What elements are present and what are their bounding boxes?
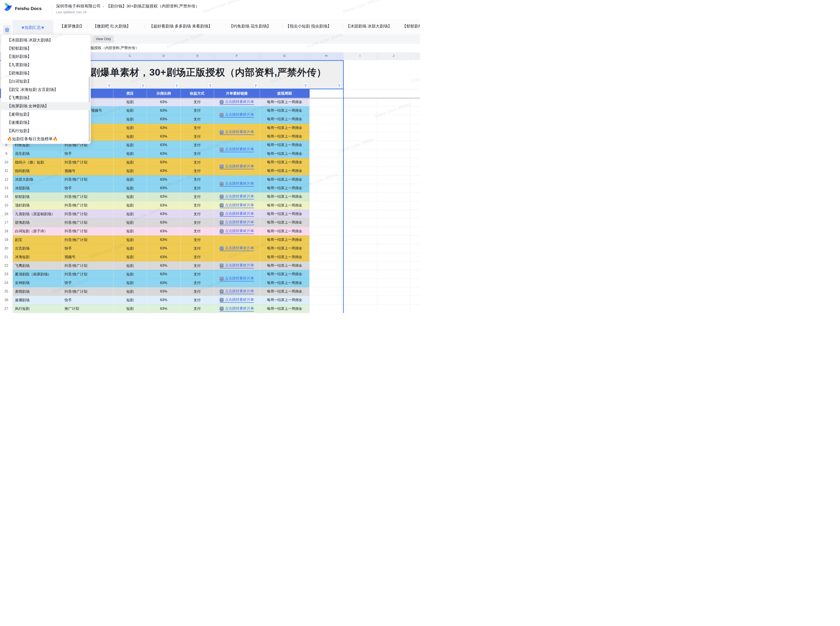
empty-cells[interactable] [309,149,420,158]
cycle-cell[interactable]: 每周一结算上一周佣金 [260,106,309,115]
ratio-cell[interactable]: 63% [147,158,180,166]
empty-cells[interactable] [309,296,420,304]
platform-cell[interactable]: 抖音/推广计划 [62,270,113,279]
category-cell[interactable]: 短剧 [113,149,147,158]
tab-6[interactable]: 【冰甜剧场 冰甜大剧场】 [346,19,392,33]
empty-cells[interactable] [309,175,420,184]
theater-name-cell[interactable]: 九霄剧场（原蓝鲸剧场） [13,210,62,218]
header-income[interactable]: 收益方式 [190,91,204,96]
header-material[interactable]: 片单素材链接 [226,91,248,96]
income-cell[interactable]: 支付 [180,175,214,184]
dropdown-item-4[interactable]: 【九霄剧场】 [1,61,91,69]
row-number-cell[interactable]: 23 [0,270,13,279]
cycle-cell[interactable]: 每周一结算上一周佣金 [260,166,309,175]
column-letter-F[interactable]: F [236,54,238,58]
platform-cell[interactable]: 快手 [62,279,113,287]
income-cell[interactable]: 支付 [180,296,214,304]
ratio-cell[interactable]: 63% [147,304,180,313]
ratio-cell[interactable]: 63% [147,270,180,279]
income-cell[interactable]: 支付 [180,132,214,141]
theater-name-cell[interactable]: 顶好剧场 [13,201,62,210]
income-cell[interactable]: 支付 [180,184,214,192]
ratio-cell[interactable]: 63% [147,166,180,175]
cycle-cell[interactable]: 每周一结算上一周佣金 [260,141,309,149]
ratio-cell[interactable]: 63% [147,201,180,210]
theater-name-cell[interactable]: 女神剧场 [13,279,62,287]
dropdown-item-10[interactable]: 【麦萌短剧】 [1,110,91,119]
category-cell[interactable]: 短剧 [113,124,147,132]
category-cell[interactable]: 短剧 [113,210,147,218]
material-link[interactable]: →点击跳转素材片单 [219,220,254,225]
column-letter-D[interactable]: D [163,54,165,58]
category-cell[interactable]: 短剧 [113,270,147,279]
empty-cells[interactable] [309,132,420,141]
category-cell[interactable]: 短剧 [113,253,147,261]
dropdown-item-9[interactable]: 【画屏剧场 女神剧场】 [1,102,91,110]
dropdown-item-12[interactable]: 【风行短剧】 [1,127,91,135]
category-cell[interactable]: 短剧 [113,227,147,235]
cycle-cell[interactable]: 每周一结算上一周佣金 [260,184,309,192]
ratio-cell[interactable]: 63% [147,244,180,253]
cycle-cell[interactable]: 每周一结算上一周佣金 [260,175,309,184]
theater-name-cell[interactable]: 麦萌剧场 [13,287,62,296]
material-link[interactable]: →点击跳转素材片单 [219,129,254,135]
ratio-cell[interactable]: 63% [147,115,180,124]
category-cell[interactable]: 短剧 [113,235,147,244]
material-link[interactable]: →点击跳转素材片单 [219,228,254,234]
cycle-cell[interactable]: 每周一结算上一周佣金 [260,192,309,201]
category-cell[interactable]: 短剧 [113,106,147,115]
material-link[interactable]: →点击跳转素材片单 [219,112,254,117]
row-number-cell[interactable]: 10 [0,158,13,166]
material-link[interactable]: →点击跳转素材片单 [219,181,254,186]
dropdown-item-11[interactable]: 【速播剧场】 [1,119,91,127]
ratio-cell[interactable]: 63% [147,141,180,149]
column-letter-J[interactable]: J [393,54,394,58]
row-number-cell[interactable]: 26 [0,296,13,304]
column-letter-H[interactable]: H [325,54,328,58]
ratio-cell[interactable]: 63% [147,149,180,158]
row-number-cell[interactable]: 25 [0,287,13,296]
header-category[interactable]: 类目 [127,91,134,96]
platform-cell[interactable]: 抖音/推广计划 [62,218,113,227]
income-cell[interactable]: 支付 [180,253,214,261]
filter-icon[interactable] [208,83,212,88]
cycle-cell[interactable]: 每周一结算上一周佣金 [260,158,309,166]
income-cell[interactable]: 支付 [180,270,214,279]
category-cell[interactable]: 短剧 [113,166,147,175]
theater-name-cell[interactable]: 指间小（微）短剧 [13,158,62,166]
platform-cell[interactable]: 推广计划 [62,304,113,313]
platform-cell[interactable]: 快手 [62,149,113,158]
theater-name-cell[interactable]: 指间剧场 [13,166,62,175]
category-cell[interactable]: 短剧 [113,192,147,201]
ratio-cell[interactable]: 63% [147,218,180,227]
platform-cell[interactable]: 抖音/推广计划 [62,235,113,244]
ratio-cell[interactable]: 63% [147,192,180,201]
empty-cells[interactable] [309,166,420,175]
cycle-cell[interactable]: 每周一结算上一周佣金 [260,218,309,227]
dropdown-item-5[interactable]: 【碧海剧场】 [1,69,91,77]
ratio-cell[interactable]: 63% [147,296,180,304]
category-cell[interactable]: 短剧 [113,296,147,304]
theater-name-cell[interactable]: 碧海剧场 [13,218,62,227]
material-link[interactable]: →点击跳转素材片单 [219,246,254,251]
empty-cells[interactable] [309,201,420,210]
filter-icon[interactable] [141,83,145,88]
dropdown-item-13[interactable]: 🔥短剧任务每日充值榜单🔥 [1,135,91,143]
income-cell[interactable]: 支付 [180,201,214,210]
platform-cell[interactable]: 快手 [62,244,113,253]
dropdown-item-8[interactable]: 【飞鹰剧场】 [1,94,91,102]
row-number-cell[interactable]: 20 [0,244,13,253]
material-link[interactable]: →点击跳转素材片单 [219,276,254,282]
material-link[interactable]: →点击跳转素材片单 [219,297,254,303]
theater-name-cell[interactable]: 冰甜大剧场 [13,175,62,184]
empty-cells[interactable] [309,210,420,218]
theater-name-cell[interactable]: 夏清剧院（画屏剧场） [13,270,62,279]
cycle-cell[interactable]: 每周一结算上一周佣金 [260,124,309,132]
ratio-cell[interactable]: 63% [147,261,180,270]
platform-cell[interactable]: 抖音/推广计划 [62,192,113,201]
breadcrumb-org[interactable]: 深圳市格子科技有限公司 [56,4,100,8]
platform-cell[interactable]: 抖音/推广计划 [62,210,113,218]
dropdown-item-2[interactable]: 【郁郁剧场】 [1,44,91,53]
column-letter-G[interactable]: G [283,54,286,58]
material-link[interactable]: →点击跳转素材片单 [219,263,254,268]
